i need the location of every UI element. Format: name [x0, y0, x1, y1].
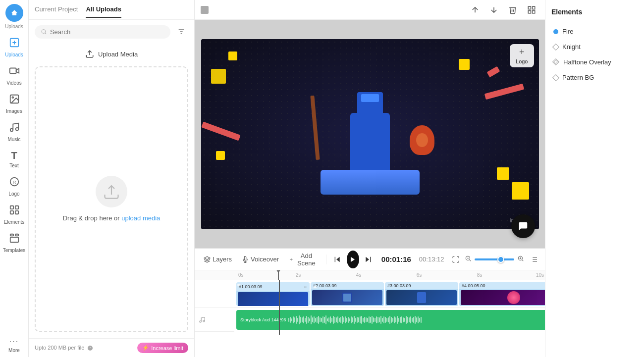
zoom-out-button[interactable] [464, 254, 473, 265]
sidebar-item-text[interactable]: T Text [0, 146, 28, 172]
logo-plus-icon: + [519, 47, 525, 57]
scene1-thumb [238, 292, 308, 306]
sidebar-templates-text: Templates [3, 248, 26, 253]
layers-button[interactable]: Layers [201, 254, 235, 265]
delete-button[interactable] [505, 2, 520, 17]
svg-point-3 [12, 97, 13, 98]
increase-limit-button[interactable]: ⚡ Increase limit [137, 343, 188, 353]
scene1-dots: ··· [304, 283, 307, 290]
total-time: 00:13:12 [419, 255, 444, 263]
canvas-toolbar [195, 0, 545, 20]
scene-block-3[interactable]: #3 00:03:09 [385, 282, 458, 306]
svg-rect-25 [533, 6, 535, 9]
upload-drop-area[interactable]: Drag & drop here or upload media [35, 66, 188, 332]
upload-link[interactable]: upload media [121, 214, 160, 222]
scene2-thumb [312, 290, 382, 305]
skip-fwd-button[interactable] [363, 252, 374, 267]
upload-drop-icon [96, 176, 127, 207]
element-item-knight[interactable]: Knight [551, 39, 638, 54]
videos-icon [9, 65, 20, 79]
skip-back-button[interactable] [332, 252, 343, 267]
halftone-label: Halftone Overlay [563, 58, 611, 66]
sidebar-item-elements[interactable]: Elements [0, 201, 28, 229]
zoom-thumb[interactable] [497, 256, 504, 263]
fit-button[interactable] [452, 255, 460, 263]
sidebar-item-music[interactable]: Music [0, 118, 28, 146]
scene-header-1: #1 00:03:09 ··· [236, 282, 310, 291]
knight-label: Knight [562, 43, 581, 51]
element-item-halftone[interactable]: Halftone Overlay [551, 54, 638, 70]
scene4-thumb [461, 290, 545, 305]
pixel-deco-3 [459, 59, 470, 70]
grid-button[interactable] [524, 2, 539, 17]
svg-rect-26 [528, 10, 531, 13]
delete-icon [508, 5, 517, 14]
scene3-thumb [386, 290, 457, 305]
shield [410, 125, 434, 155]
timeline-list-button[interactable] [529, 253, 539, 266]
svg-rect-13 [15, 234, 18, 236]
sidebar-item-videos[interactable]: Videos [0, 61, 28, 90]
scene4-thumb-inner [507, 291, 520, 304]
svg-marker-34 [351, 256, 355, 262]
tracks-scroll[interactable]: 0s 2s 4s 6s 8s 10s 12s [234, 270, 545, 357]
audio-track[interactable]: Storyblock Aud 144296 // Generate wave b… [236, 310, 545, 330]
scene2-thumb-detail [343, 294, 351, 302]
tab-all-uploads[interactable]: All Uploads [86, 1, 121, 18]
svg-rect-14 [10, 237, 18, 242]
text-icon: T [11, 150, 17, 161]
sidebar-videos-text: Videos [6, 80, 21, 86]
sidebar-item-uploads[interactable]: Uploads [0, 33, 28, 61]
zoom-out-icon [465, 255, 472, 262]
upload-media-button[interactable]: Upload Media [35, 46, 188, 62]
svg-point-5 [15, 128, 18, 131]
app-logo[interactable] [5, 4, 23, 22]
chat-button[interactable] [511, 214, 535, 238]
element-item-fire[interactable]: Fire [551, 24, 638, 39]
timeline-area: Layers Voiceover Add Scene 00:01:16 00:1… [195, 248, 545, 357]
pixel-deco-7 [512, 182, 529, 200]
playhead-line [279, 280, 280, 335]
audio-waveform: // Generate wave bars inline document.ad… [288, 314, 545, 326]
sidebar-item-templates[interactable]: Templates [0, 229, 28, 257]
timeline-ruler: 0s 2s 4s 6s 8s 10s 12s [234, 270, 545, 280]
svg-point-49 [200, 320, 202, 322]
pin-icon[interactable] [201, 6, 209, 14]
sidebar-item-images[interactable]: Images [0, 90, 28, 118]
scene-block-4[interactable]: #4 00:05:00 [459, 282, 545, 306]
ruler-mark-0: 0s [238, 272, 268, 278]
track-labels [195, 270, 234, 357]
upload-icon [85, 50, 94, 58]
move-up-button[interactable] [468, 2, 483, 17]
play-icon [349, 256, 356, 263]
sidebar-item-more[interactable]: ··· More [0, 333, 28, 357]
canvas-video[interactable]: + Logo invideo.io [201, 39, 539, 229]
add-scene-button[interactable]: Add Scene [286, 250, 320, 269]
elements-panel: Elements Fire Knight Halftone Overlay Pa… [545, 0, 644, 357]
scene-block-2[interactable]: #2 00:03:09 [311, 282, 384, 306]
ruler-mark-2: 2s [268, 272, 328, 278]
scene-block-1[interactable]: #1 00:03:09 ··· [236, 282, 310, 306]
chat-icon [518, 221, 529, 232]
filter-button[interactable] [174, 25, 188, 39]
search-input[interactable] [50, 28, 164, 36]
sidebar-item-logo[interactable]: R Logo [0, 172, 28, 201]
logo-badge[interactable]: + Logo [510, 44, 534, 67]
sidebar-text-text: Text [9, 163, 18, 168]
element-item-pattern[interactable]: Pattern BG [551, 70, 638, 85]
move-down-button[interactable] [486, 2, 501, 17]
zoom-slider[interactable] [475, 258, 514, 260]
tab-current-project[interactable]: Current Project [35, 1, 78, 18]
fit-icon [452, 255, 460, 263]
pixel-deco-9 [216, 151, 225, 160]
svg-line-37 [470, 259, 471, 261]
media-tabs: Current Project All Uploads [29, 0, 194, 20]
search-box[interactable] [35, 25, 170, 39]
pixel-deco-1 [211, 69, 226, 84]
zoom-in-button[interactable] [516, 254, 525, 265]
upload-media-label: Upload Media [98, 51, 138, 58]
play-button[interactable] [347, 251, 359, 268]
zoom-controls [464, 254, 525, 265]
voiceover-button[interactable]: Voiceover [239, 254, 282, 265]
ruler-mark-4: 4s [328, 272, 389, 278]
